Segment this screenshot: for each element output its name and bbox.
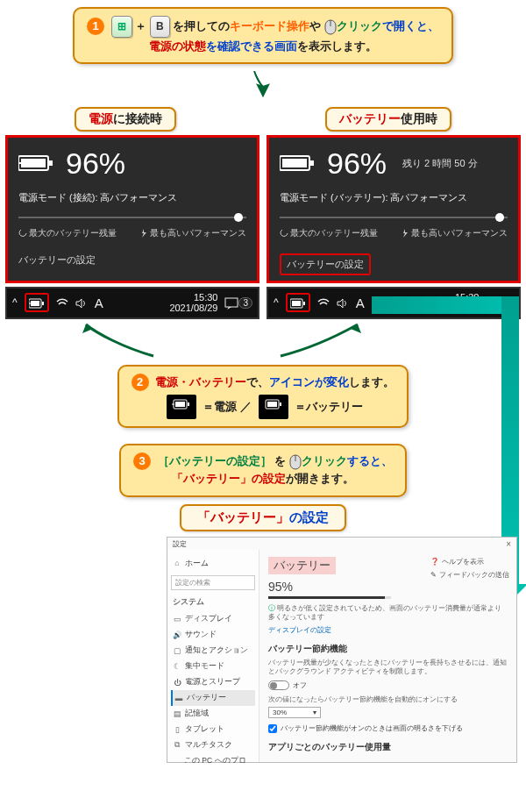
text: ＝電源 ／ (200, 400, 255, 413)
tray-wifi-icon[interactable] (317, 296, 330, 309)
toggle-label: オフ (293, 680, 307, 690)
text: バッテリー (210, 509, 276, 524)
auto-on-label: 次の値になったらバッテリー節約機能を自動的にオンにする (268, 695, 508, 705)
mouse-icon (324, 19, 337, 32)
battery-settings-link[interactable]: バッテリーの設定 (18, 253, 96, 267)
tray-volume-icon[interactable] (75, 296, 88, 309)
sidebar-item-multitask[interactable]: ⧉マルチタスク (171, 737, 255, 753)
sidebar-home[interactable]: ⌂ホーム (171, 555, 255, 572)
sidebar-item-sound[interactable]: 🔊サウンド (171, 627, 255, 643)
svg-rect-17 (188, 402, 189, 406)
dim-screen-checkbox[interactable] (268, 724, 277, 733)
brightness-note: ⓘ 明るさが低く設定されているため、画面のバッテリー消費量が通常より多くなってい… (268, 604, 508, 623)
sidebar-item-power[interactable]: ⏻電源とスリープ (171, 674, 255, 690)
close-button[interactable]: × (506, 539, 511, 549)
text: が開きます。 (286, 472, 354, 485)
tray-chevron-icon[interactable]: ^ (274, 296, 279, 309)
threshold-dropdown[interactable]: 30%▾ (268, 707, 321, 718)
power-mode-label: 電源モード (接続): 高パフォーマンス (18, 191, 246, 204)
teal-flow-arrow-horizontal (372, 296, 519, 314)
sidebar-item-display[interactable]: ▭ディスプレイ (171, 611, 255, 627)
text: を確認できる画面 (206, 39, 297, 53)
svg-rect-4 (21, 159, 46, 167)
feedback-icon: ✎ (430, 571, 437, 579)
power-mode-slider[interactable] (18, 210, 246, 225)
panel-labels-row: 電源に接続時 バッテリー使用時 (0, 107, 526, 132)
settings-window: × 設定 ⌂ホーム 設定の検索 システム ▭ディスプレイ 🔊サウンド ▢通知とア… (167, 537, 517, 763)
home-icon: ⌂ (173, 559, 181, 567)
feedback-link[interactable]: ✎フィードバックの送信 (430, 570, 509, 580)
text: 」の設定 (240, 472, 286, 485)
sidebar-item-tablet[interactable]: ▯タブレット (171, 722, 255, 737)
tray-chevron-icon[interactable]: ^ (12, 296, 18, 309)
step-badge-3: 3 (133, 452, 151, 470)
text: バッテリー (183, 472, 240, 485)
text: に接続時 (113, 111, 162, 125)
tray-ime-indicator[interactable]: A (356, 296, 365, 310)
slider-min-label: 最大のバッテリー残量 (18, 227, 117, 239)
text: 電源・バッテリー (155, 375, 246, 388)
step-badge-1: 1 (87, 18, 104, 35)
tray-clock[interactable]: 15:30 2021/08/29 (169, 292, 217, 314)
svg-rect-9 (42, 302, 44, 305)
sidebar-item-projection[interactable]: ▣この PC へのプロジェクション (171, 753, 255, 763)
battery-remaining: 残り 2 時間 50 分 (402, 157, 478, 170)
sidebar-item-battery[interactable]: ▬バッテリー (171, 690, 255, 706)
battery-progress-bar (268, 596, 391, 599)
action-center-icon[interactable]: 3 (224, 296, 252, 310)
text: します。 (349, 375, 394, 388)
svg-rect-7 (282, 159, 307, 167)
text: キーボード操作 (230, 19, 309, 32)
tablet-icon: ▯ (173, 725, 181, 734)
text: 「 (172, 472, 183, 485)
text: クリック (337, 19, 382, 32)
help-icon: ❓ (430, 558, 439, 566)
text: を (272, 454, 289, 467)
text: で開くと、 (382, 19, 439, 32)
b-key-icon: B (150, 16, 170, 38)
settings-sidebar: ⌂ホーム 設定の検索 システム ▭ディスプレイ 🔊サウンド ▢通知とアクション … (167, 550, 259, 762)
text: 」 (276, 509, 289, 524)
text: ＝バッテリー (292, 400, 364, 413)
power-icon: ⏻ (173, 678, 181, 687)
battery-saver-note: バッテリー残量が少なくなったときにバッテリーを長持ちさせるには、通知とバックグラ… (268, 659, 508, 677)
svg-rect-13 (303, 302, 305, 305)
sound-icon: 🔊 (173, 630, 181, 639)
notifications-icon: ▢ (173, 646, 181, 655)
tray-battery-icon[interactable] (286, 293, 310, 312)
svg-rect-3 (49, 160, 53, 166)
battery-saver-heading: バッテリー節約機能 (268, 644, 508, 655)
text: すると、 (347, 454, 393, 467)
battery-charging-icon (167, 395, 196, 419)
battery-settings-link[interactable]: バッテリーの設定 (280, 253, 371, 275)
mouse-icon (289, 454, 302, 467)
battery-saver-toggle[interactable] (268, 680, 289, 690)
settings-search-input[interactable]: 設定の検索 (171, 575, 255, 590)
instruction-callout-1: 1 ⊞ ＋ B を押してのキーボード操作や クリックで開くと、 電源の状態を確認… (73, 7, 453, 64)
battery-charging-icon (18, 153, 55, 174)
power-mode-label: 電源モード (バッテリー): 高パフォーマンス (280, 191, 508, 204)
label-plugged: 電源に接続時 (75, 107, 176, 132)
display-settings-link[interactable]: ディスプレイの設定 (268, 625, 508, 635)
tray-ime-indicator[interactable]: A (95, 296, 103, 310)
slider-min-label: 最大のバッテリー残量 (280, 227, 378, 239)
per-app-heading: アプリごとのバッテリー使用量 (268, 742, 508, 753)
tray-volume-icon[interactable] (337, 296, 349, 309)
sidebar-item-storage[interactable]: ▤記憶域 (171, 706, 255, 722)
sidebar-item-focus[interactable]: ☾集中モード (171, 659, 255, 674)
svg-rect-14 (292, 301, 301, 306)
help-link[interactable]: ❓ヘルプを表示 (430, 557, 509, 566)
tray-wifi-icon[interactable] (56, 296, 68, 309)
windows-key-icon: ⊞ (111, 16, 132, 38)
text: ［ (158, 454, 169, 467)
display-icon: ▭ (173, 615, 181, 623)
sidebar-section-system: システム (171, 595, 255, 611)
battery-panels-row: 96% 電源モード (接続): 高パフォーマンス 最大のバッテリー残量 最も高い… (0, 132, 526, 287)
sidebar-item-notifications[interactable]: ▢通知とアクション (171, 643, 255, 659)
label-battery: バッテリー使用時 (325, 107, 451, 132)
power-mode-slider[interactable] (280, 210, 508, 225)
text: ］ (260, 454, 272, 467)
text: の設定 (289, 509, 329, 524)
text: 電源の状態 (149, 39, 206, 53)
tray-battery-charging-icon[interactable] (25, 293, 49, 312)
